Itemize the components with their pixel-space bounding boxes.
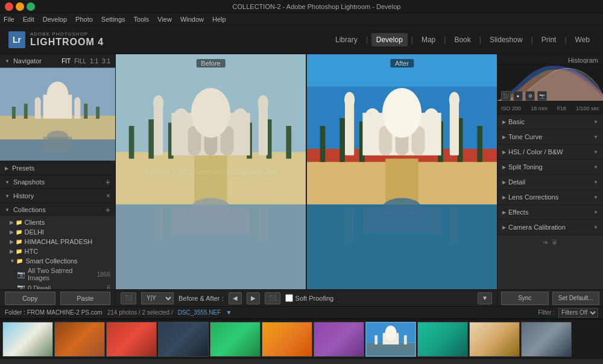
collections-add-icon[interactable]: + [106, 205, 110, 215]
basic-header[interactable]: ▶ Basic ▼ [497, 115, 603, 129]
svg-rect-51 [477, 126, 482, 162]
maximize-button[interactable] [27, 2, 35, 11]
filmstrip-thumb-3[interactable] [106, 322, 157, 357]
bottom-toolbar: ⬛ Y|Y Y↔Y Before & After : ◀ ▶ ⬛ Soft Pr… [116, 289, 497, 306]
split-toning-header[interactable]: ▶ Split Toning ▼ [497, 160, 603, 174]
svg-point-29 [191, 88, 230, 138]
filmstrip-thumb-2[interactable] [54, 322, 105, 357]
collection-diwali[interactable]: 📷 0 Diwali 6 [0, 283, 115, 289]
main-area: ▼ Navigator FIT FILL 1:1 3:1 [0, 54, 603, 306]
navigator-image[interactable] [0, 67, 115, 161]
collections-triangle: ▼ [5, 207, 10, 213]
filmstrip-thumb-11[interactable] [521, 322, 572, 357]
snapshots-add-icon[interactable]: + [106, 177, 110, 187]
lens-corrections-header[interactable]: ▶ Lens Corrections ▼ [497, 190, 603, 204]
filmstrip-thumb-4[interactable] [158, 322, 209, 357]
paste-button[interactable]: Paste [60, 292, 111, 305]
menu-view[interactable]: View [157, 16, 172, 23]
before-image: Copyright © 2013 - www.windowsdownloads.… [116, 54, 306, 289]
svg-point-60 [344, 92, 355, 107]
soft-proofing-checkbox[interactable] [285, 294, 293, 302]
filmstrip-thumb-8[interactable] [365, 322, 416, 357]
menu-tools[interactable]: Tools [134, 16, 150, 23]
tab-develop[interactable]: Develop [371, 33, 408, 46]
compare-select[interactable]: Y|Y Y↔Y [141, 292, 174, 304]
snapshots-header[interactable]: ▼ Snapshots + [0, 175, 115, 189]
minimize-button[interactable] [16, 2, 24, 11]
app-logo: Lr ADOBE PHOTOSHOP LIGHTROOM 4 [8, 31, 104, 48]
app-name-block: ADOBE PHOTOSHOP LIGHTROOM 4 [30, 31, 104, 48]
tab-book[interactable]: Book [449, 33, 475, 46]
filter-select[interactable]: Filters Off Flagged Rated [558, 308, 598, 318]
filmstrip-thumb-6[interactable] [262, 322, 312, 357]
hsl-tri: ▶ [502, 149, 506, 155]
collection-htc[interactable]: ▶ 📁 HTC [0, 246, 115, 256]
toolbar-settings-button[interactable]: ▼ [478, 292, 492, 304]
fit-option-fill[interactable]: FILL [74, 58, 86, 64]
hist-btn-4[interactable]: 📷 [537, 91, 547, 101]
collection-smart[interactable]: ▼ 📁 Smart Collections [0, 256, 115, 266]
fit-option-1-1[interactable]: 1:1 [90, 58, 98, 64]
menu-file[interactable]: File [4, 16, 14, 23]
menu-settings[interactable]: Settings [101, 16, 125, 23]
history-header[interactable]: ▼ History × [0, 189, 115, 202]
menu-window[interactable]: Window [180, 16, 204, 23]
hsl-header[interactable]: ▶ HSL / Color / B&W ▼ [497, 145, 603, 159]
hist-btn-1[interactable]: ⬛ [501, 91, 511, 101]
snapshots-section: ▼ Snapshots + [0, 175, 115, 189]
fit-option-fit[interactable]: FIT [62, 58, 71, 64]
filmstrip-thumb-10[interactable] [469, 322, 520, 357]
split-toning-tri: ▶ [502, 165, 506, 170]
arrow-next-button[interactable]: ▶ [247, 292, 260, 304]
collection-himachal[interactable]: ▶ 📁 HIMACHAL PRADESH [0, 237, 115, 246]
tab-map[interactable]: Map [417, 33, 440, 46]
right-panel-sections[interactable]: ▶ Basic ▼ ▶ Tone Curve ▼ ▶ HSL / Color /… [497, 115, 603, 289]
effects-label: Effects [508, 209, 528, 216]
filmstrip-thumb-7[interactable] [314, 322, 364, 357]
detail-header[interactable]: ▶ Detail ▼ [497, 175, 603, 189]
arrow-prev-button[interactable]: ◀ [229, 292, 242, 304]
before-after-label: Before & After : [178, 295, 224, 302]
set-default-button[interactable]: Set Default... [552, 292, 600, 305]
hist-btn-3[interactable]: ⚙ [525, 91, 535, 101]
navigator-header[interactable]: ▼ Navigator FIT FILL 1:1 3:1 [0, 54, 115, 67]
tab-library[interactable]: Library [330, 33, 362, 46]
collections-header[interactable]: ▼ Collections + [0, 203, 115, 216]
left-panel-scroll[interactable]: ▶ Presets ▼ Snapshots + ▼ History × [0, 162, 115, 289]
swap-button[interactable]: ⬛ [265, 292, 280, 304]
menu-help[interactable]: Help [212, 16, 226, 23]
tab-print[interactable]: Print [537, 33, 561, 46]
copy-button[interactable]: Copy [5, 292, 55, 305]
tab-slideshow[interactable]: Slideshow [485, 33, 528, 46]
nav-sep-5: | [531, 36, 533, 44]
close-button[interactable] [5, 2, 13, 11]
menu-edit[interactable]: Edit [23, 16, 34, 23]
filename-link[interactable]: DSC_3555.NEF [178, 309, 221, 316]
before-panel: Before [116, 54, 306, 289]
tone-curve-header[interactable]: ▶ Tone Curve ▼ [497, 130, 603, 144]
hsl-arrow: ▼ [593, 149, 598, 155]
menu-photo[interactable]: Photo [75, 16, 93, 23]
presets-section: ▶ Presets [0, 162, 115, 175]
effects-header[interactable]: ▶ Effects ▼ [497, 205, 603, 219]
sync-button[interactable]: Sync [501, 292, 549, 305]
collection-delhi[interactable]: ▶ 📁 DELHI [0, 227, 115, 237]
view-mode-button[interactable]: ⬛ [121, 292, 136, 304]
camera-calibration-section: ▶ Camera Calibration ▼ [497, 220, 603, 235]
collection-starred[interactable]: 📷 All Two Satrred Images 1866 [0, 266, 115, 283]
presets-header[interactable]: ▶ Presets [0, 162, 115, 175]
camera-calibration-header[interactable]: ▶ Camera Calibration ▼ [497, 220, 603, 234]
filmstrip[interactable] [0, 318, 603, 359]
tab-web[interactable]: Web [570, 33, 595, 46]
filmstrip-thumb-1[interactable] [2, 322, 53, 357]
filmstrip-thumb-5[interactable] [210, 322, 260, 357]
fit-option-3-1[interactable]: 3:1 [102, 58, 110, 64]
hist-btn-2[interactable]: ● [513, 91, 523, 101]
filmstrip-thumb-9[interactable] [417, 322, 468, 357]
menu-develop[interactable]: Develop [43, 16, 67, 23]
history-clear-icon[interactable]: × [106, 192, 110, 200]
window-controls[interactable] [5, 2, 35, 11]
soft-proofing-toggle[interactable]: Soft Proofing [285, 294, 334, 302]
basic-tri: ▶ [502, 119, 506, 125]
collection-clients[interactable]: ▶ 📁 Clients [0, 218, 115, 227]
